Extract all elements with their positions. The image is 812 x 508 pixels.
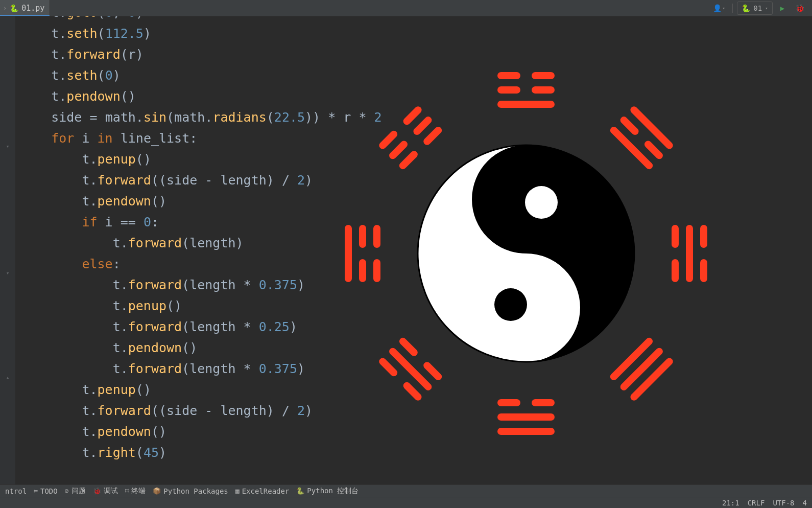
svg-line-28: [407, 386, 418, 397]
panel-problems[interactable]: ⊘ 问题: [65, 487, 86, 496]
svg-line-38: [417, 120, 428, 131]
svg-line-11: [648, 144, 659, 155]
svg-point-0: [418, 145, 634, 362]
panel-label: 问题: [71, 487, 86, 496]
separator: [732, 4, 733, 13]
panel-terminal[interactable]: ⌑ 终端: [125, 487, 146, 496]
fold-marker-icon[interactable]: ▾: [4, 143, 11, 150]
warning-icon: ⊘: [65, 487, 69, 495]
python-file-icon: [10, 4, 18, 12]
panel-label: ExcelReader: [242, 487, 290, 495]
svg-line-36: [427, 130, 438, 142]
svg-line-29: [383, 361, 394, 373]
package-icon: 📦: [153, 487, 161, 495]
svg-point-3: [418, 145, 634, 362]
code-with-me-button[interactable]: 👤: [710, 2, 728, 15]
panel-label: Python Packages: [163, 487, 228, 495]
bug-icon: 🐞: [795, 4, 805, 13]
svg-line-10: [624, 120, 635, 131]
svg-line-25: [427, 365, 438, 377]
user-icon: 👤: [713, 4, 722, 12]
bug-icon: 🐞: [93, 487, 101, 495]
svg-line-37: [393, 144, 404, 155]
file-tab-label: 01.py: [21, 4, 44, 13]
svg-point-1: [525, 186, 558, 219]
panel-python-packages[interactable]: 📦 Python Packages: [153, 487, 228, 495]
svg-line-27: [393, 352, 428, 387]
line-separator[interactable]: CRLF: [748, 499, 765, 507]
bottom-tool-bar: ntrol ≔ TODO ⊘ 问题 🐞 调试 ⌑ 终端 📦 Python Pac…: [0, 484, 812, 497]
code-editor[interactable]: ▾ ▾ ▴ t.goto(0, 0) t.seth(112.5) t.forwa…: [0, 16, 812, 484]
turtle-output-image: [337, 64, 715, 443]
panel-excel-reader[interactable]: ▦ ExcelReader: [235, 487, 290, 495]
status-bar: 21:1 CRLF UTF-8 4: [0, 497, 812, 508]
svg-line-19: [624, 352, 659, 387]
python-icon: [742, 4, 750, 12]
svg-line-12: [634, 110, 669, 145]
terminal-icon: ⌑: [125, 487, 129, 495]
file-encoding[interactable]: UTF-8: [773, 499, 794, 507]
run-button[interactable]: ▶: [775, 2, 790, 15]
caret-position[interactable]: 21:1: [722, 499, 739, 507]
svg-line-40: [407, 110, 418, 121]
svg-line-35: [403, 154, 414, 166]
play-icon: ▶: [780, 4, 784, 12]
svg-line-39: [383, 134, 394, 146]
python-icon: 🐍: [296, 487, 304, 495]
tab-spacer: [50, 0, 709, 16]
panel-label: TODO: [40, 487, 58, 495]
panel-version-control[interactable]: ntrol: [5, 487, 27, 495]
code-area[interactable]: t.goto(0, 0) t.seth(112.5) t.forward(r) …: [20, 16, 382, 463]
list-icon: ≔: [34, 487, 38, 495]
svg-line-20: [634, 361, 669, 397]
svg-line-18: [614, 341, 649, 377]
excel-icon: ▦: [235, 487, 240, 495]
svg-line-9: [614, 130, 649, 166]
indent-size[interactable]: 4: [803, 499, 807, 507]
fold-marker-icon[interactable]: ▴: [4, 374, 11, 381]
panel-label: Python 控制台: [307, 487, 359, 496]
toolbar-right: 👤 01 ▾ ▶ 🐞: [710, 0, 812, 16]
panel-python-console[interactable]: 🐍 Python 控制台: [296, 487, 359, 496]
debug-button[interactable]: 🐞: [792, 2, 808, 15]
editor-tab-bar: › 01.py 👤 01 ▾ ▶ 🐞: [0, 0, 812, 16]
svg-point-2: [494, 288, 527, 321]
chevron-down-icon: ▾: [765, 6, 768, 11]
run-config-label: 01: [753, 4, 762, 12]
editor-gutter[interactable]: ▾ ▾ ▴: [0, 16, 15, 484]
file-tab[interactable]: › 01.py: [0, 0, 50, 16]
panel-debug[interactable]: 🐞 调试: [93, 487, 118, 496]
panel-todo[interactable]: ≔ TODO: [34, 487, 58, 495]
panel-label: ntrol: [5, 487, 27, 495]
panel-label: 终端: [131, 487, 146, 496]
svg-line-26: [403, 341, 414, 353]
panel-label: 调试: [104, 487, 118, 496]
run-config-selector[interactable]: 01 ▾: [737, 2, 773, 15]
chevron-right-icon: ›: [3, 5, 7, 12]
fold-marker-icon[interactable]: ▾: [4, 270, 11, 277]
